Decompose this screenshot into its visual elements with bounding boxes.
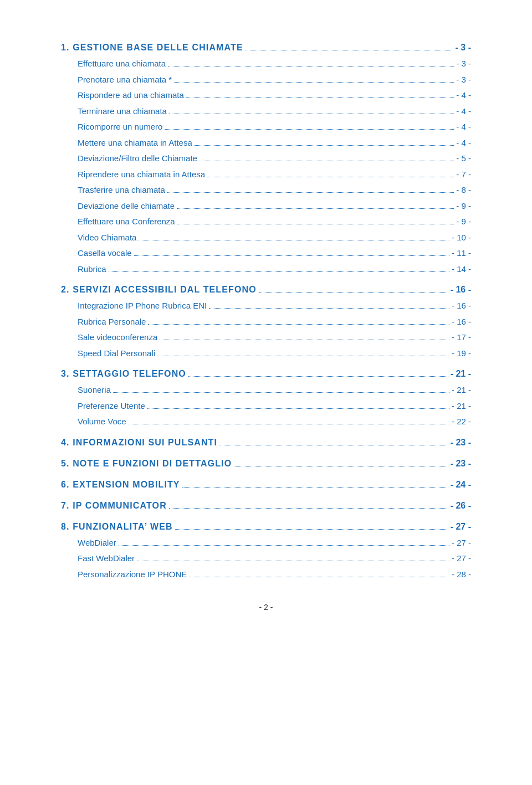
entry-1-3-dots [186, 98, 454, 98]
entry-1-6-dots [195, 145, 454, 146]
toc-section-7: 7. IP COMMUNICATOR- 26 - [61, 499, 471, 512]
toc-entry-1-9: Trasferire una chiamata- 8 - [61, 184, 471, 197]
section-4-page: - 23 - [451, 436, 471, 449]
entry-8-3-page: - 28 - [452, 568, 471, 581]
section-1-label: 1. GESTIONE BASE DELLE CHIAMATE [61, 41, 243, 54]
entry-1-4-page: - 4 - [456, 105, 471, 118]
toc-entry-8-2: Fast WebDialer- 27 - [61, 552, 471, 565]
entry-3-2-page: - 21 - [452, 400, 471, 413]
section-1-dots [245, 50, 453, 50]
entry-1-11-label: Effettuare una Conferenza [78, 216, 175, 228]
entry-8-2-label: Fast WebDialer [78, 552, 135, 565]
section-8-label: 8. FUNZIONALITA’ WEB [61, 520, 173, 533]
entry-3-3-dots [129, 424, 449, 424]
section-7-dots [169, 508, 448, 509]
section-5-dots [234, 466, 448, 466]
entry-1-2-dots [174, 82, 454, 83]
section-7-page: - 26 - [451, 499, 471, 512]
entry-3-1-page: - 21 - [452, 384, 471, 397]
entry-2-3-dots [160, 340, 449, 340]
entry-2-3-page: - 17 - [452, 331, 471, 344]
toc-entry-1-6: Mettere una chiamata in Attesa- 4 - [61, 137, 471, 150]
section-6-label: 6. EXTENSION MOBILITY [61, 478, 180, 491]
entry-1-12-dots [139, 240, 449, 240]
entry-1-8-dots [207, 177, 454, 177]
toc-entry-1-1: Effettuare una chiamata- 3 - [61, 58, 471, 70]
entry-3-1-dots [113, 392, 449, 393]
entry-1-12-page: - 10 - [452, 232, 471, 244]
toc-entry-3-2: Preferenze Utente- 21 - [61, 400, 471, 413]
entry-1-14-label: Rubrica [78, 263, 106, 276]
entry-3-2-dots [147, 408, 449, 409]
entry-1-3-label: Rispondere ad una chiamata [78, 89, 184, 102]
entry-1-10-dots [177, 208, 454, 209]
toc-entry-1-14: Rubrica- 14 - [61, 263, 471, 276]
toc-entry-2-1: Integrazione IP Phone Rubrica ENI- 16 - [61, 300, 471, 312]
toc-entry-8-3: Personalizzazione IP PHONE- 28 - [61, 568, 471, 581]
entry-8-1-label: WebDialer [78, 537, 116, 550]
entry-2-4-dots [157, 356, 449, 356]
toc-section-8: 8. FUNZIONALITA’ WEB- 27 - [61, 520, 471, 533]
toc-entry-1-7: Deviazione/Filtro delle Chiamate- 5 - [61, 152, 471, 165]
entry-8-1-dots [119, 545, 449, 546]
entry-1-6-page: - 4 - [456, 137, 471, 150]
entry-1-14-dots [109, 271, 449, 272]
entry-1-5-dots [165, 129, 454, 130]
section-3-page: - 21 - [451, 367, 471, 381]
section-2-dots [259, 292, 448, 293]
entry-2-2-dots [148, 324, 449, 325]
page-footer: - 2 - [61, 603, 471, 612]
toc-section-5: 5. NOTE E FUNZIONI DI DETTAGLIO- 23 - [61, 457, 471, 470]
entry-1-6-label: Mettere una chiamata in Attesa [78, 137, 192, 150]
entry-1-1-label: Effettuare una chiamata [78, 58, 166, 70]
toc-entry-1-2: Prenotare una chiamata *- 3 - [61, 74, 471, 86]
entry-2-2-page: - 16 - [452, 316, 471, 329]
entry-2-1-dots [209, 308, 449, 309]
entry-1-13-label: Casella vocale [78, 247, 132, 260]
section-7-label: 7. IP COMMUNICATOR [61, 499, 167, 512]
toc-page: 1. GESTIONE BASE DELLE CHIAMATE- 3 -Effe… [50, 0, 482, 785]
entry-1-13-page: - 11 - [452, 247, 471, 260]
entry-1-2-label: Prenotare una chiamata * [78, 74, 172, 86]
entry-2-4-page: - 19 - [452, 347, 471, 360]
toc-entry-1-12: Video Chiamata- 10 - [61, 232, 471, 244]
entry-1-10-label: Deviazione delle chiamate [78, 200, 175, 213]
entry-8-2-page: - 27 - [452, 552, 471, 565]
page-number-label: - 2 - [259, 603, 273, 612]
toc-section-3: 3. SETTAGGIO TELEFONO- 21 - [61, 367, 471, 381]
toc-entry-1-4: Terminare una chiamata- 4 - [61, 105, 471, 118]
toc-section-4: 4. INFORMAZIONI SUI PULSANTI- 23 - [61, 436, 471, 449]
entry-3-3-page: - 22 - [452, 415, 471, 428]
entry-3-2-label: Preferenze Utente [78, 400, 145, 413]
section-3-label: 3. SETTAGGIO TELEFONO [61, 367, 186, 381]
entry-1-3-page: - 4 - [456, 89, 471, 102]
entry-1-11-page: - 9 - [456, 216, 471, 228]
entry-2-1-page: - 16 - [452, 300, 471, 312]
section-8-dots [175, 529, 448, 530]
entry-2-3-label: Sale videoconferenza [78, 331, 157, 344]
toc-container: 1. GESTIONE BASE DELLE CHIAMATE- 3 -Effe… [61, 41, 471, 581]
entry-1-10-page: - 9 - [456, 200, 471, 213]
entry-1-7-label: Deviazione/Filtro delle Chiamate [78, 152, 197, 165]
toc-entry-1-5: Ricomporre un numero- 4 - [61, 121, 471, 134]
entry-1-8-label: Riprendere una chiamata in Attesa [78, 168, 205, 181]
entry-1-5-label: Ricomporre un numero [78, 121, 162, 134]
entry-8-3-dots [189, 577, 449, 577]
entry-1-12-label: Video Chiamata [78, 232, 136, 244]
entry-3-3-label: Volume Voce [78, 415, 126, 428]
toc-entry-8-1: WebDialer- 27 - [61, 537, 471, 550]
section-3-dots [188, 376, 448, 377]
section-2-label: 2. SERVIZI ACCESSIBILI DAL TELEFONO [61, 283, 257, 296]
entry-1-4-label: Terminare una chiamata [78, 105, 167, 118]
entry-1-1-dots [168, 66, 454, 66]
toc-entry-3-3: Volume Voce- 22 - [61, 415, 471, 428]
section-5-page: - 23 - [451, 457, 471, 470]
toc-entry-1-13: Casella vocale- 11 - [61, 247, 471, 260]
toc-entry-2-3: Sale videoconferenza- 17 - [61, 331, 471, 344]
section-1-page: - 3 - [456, 41, 471, 54]
section-6-page: - 24 - [451, 478, 471, 491]
section-6-dots [182, 487, 448, 488]
entry-1-7-page: - 5 - [456, 152, 471, 165]
section-8-page: - 27 - [451, 520, 471, 533]
entry-8-3-label: Personalizzazione IP PHONE [78, 568, 187, 581]
